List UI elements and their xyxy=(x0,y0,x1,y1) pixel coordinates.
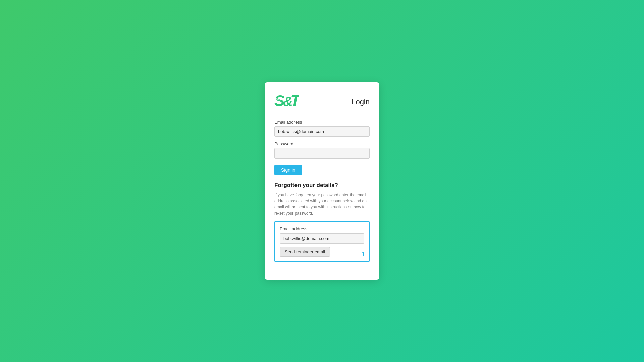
recovery-email-label: Email address xyxy=(280,226,364,231)
forgotten-description: If you have forgotten your password ente… xyxy=(274,192,370,216)
logo: S & T xyxy=(274,92,299,112)
login-form: Email address Password Sign in xyxy=(274,120,370,175)
badge-number: 1 xyxy=(362,251,365,258)
sign-in-button[interactable]: Sign in xyxy=(274,165,302,175)
card-header: S & T Login xyxy=(274,92,370,112)
forgotten-box: Email address Send reminder email 1 xyxy=(274,221,370,262)
email-group: Email address xyxy=(274,120,370,137)
send-reminder-button[interactable]: Send reminder email xyxy=(280,247,330,257)
svg-text:T: T xyxy=(290,92,299,109)
forgotten-title: Forgotten your details? xyxy=(274,182,370,189)
logo-svg: S & T xyxy=(274,92,299,109)
login-card: S & T Login Email address Password Sign … xyxy=(265,82,379,280)
password-group: Password xyxy=(274,141,370,159)
recovery-email-input[interactable] xyxy=(280,233,364,244)
password-input[interactable] xyxy=(274,148,370,159)
email-input[interactable] xyxy=(274,126,370,137)
email-label: Email address xyxy=(274,120,370,125)
forgotten-section: Forgotten your details? If you have forg… xyxy=(274,182,370,262)
password-label: Password xyxy=(274,141,370,146)
page-title: Login xyxy=(352,98,370,106)
